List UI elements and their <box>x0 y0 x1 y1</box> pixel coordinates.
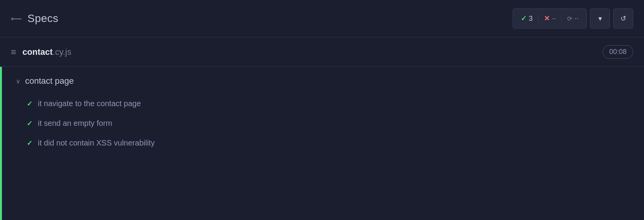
file-icon: ≡ <box>11 47 16 58</box>
refresh-button[interactable]: ↺ <box>613 8 633 29</box>
passed-count: 3 <box>529 15 533 23</box>
suite-name: contact page <box>25 76 74 86</box>
test-label: it navigate to the contact page <box>38 99 141 108</box>
suite-chevron-icon: ∨ <box>16 78 20 85</box>
file-name-bold: contact <box>22 47 53 57</box>
header: ⟵ Specs ✓ 3 ✕ -- ⟳ -- <box>0 0 644 37</box>
refresh-icon: ↺ <box>620 14 626 23</box>
test-label: it send an empty form <box>38 119 112 128</box>
test-item[interactable]: ✓ it did not contain XSS vulnerability <box>16 133 630 153</box>
pending-stat: ⟳ -- <box>567 15 579 22</box>
header-left: ⟵ Specs <box>11 12 58 25</box>
suite-header[interactable]: ∨ contact page <box>16 76 630 86</box>
page-title: Specs <box>27 12 58 25</box>
file-name: contact.cy.js <box>22 47 71 57</box>
file-row: ≡ contact.cy.js 00:08 <box>0 37 644 67</box>
tests-section: ∨ contact page ✓ it navigate to the cont… <box>2 67 644 220</box>
collapse-button[interactable]: ▾ <box>590 8 610 29</box>
file-timer: 00:08 <box>603 45 633 59</box>
test-item[interactable]: ✓ it navigate to the contact page <box>16 94 630 113</box>
test-item[interactable]: ✓ it send an empty form <box>16 113 630 133</box>
failed-count: -- <box>552 15 556 22</box>
check-icon: ✓ <box>521 14 527 23</box>
stat-divider-2 <box>561 15 562 22</box>
header-right: ✓ 3 ✕ -- ⟳ -- ▾ ↺ <box>513 8 633 29</box>
spinner-icon: ⟳ <box>567 15 572 22</box>
test-content: ∨ contact page ✓ it navigate to the cont… <box>0 67 644 220</box>
chevron-down-icon: ▾ <box>598 14 602 23</box>
test-label: it did not contain XSS vulnerability <box>38 139 155 147</box>
stats-badge: ✓ 3 ✕ -- ⟳ -- <box>513 8 587 29</box>
x-icon: ✕ <box>544 14 550 23</box>
passed-stat: ✓ 3 <box>521 14 533 23</box>
back-arrow-icon[interactable]: ⟵ <box>11 14 22 23</box>
file-name-ext: .cy.js <box>53 47 71 57</box>
test-check-icon: ✓ <box>27 100 32 108</box>
test-check-icon: ✓ <box>27 139 32 147</box>
app-container: ⟵ Specs ✓ 3 ✕ -- ⟳ -- <box>0 0 644 220</box>
stat-divider-1 <box>538 15 539 22</box>
failed-stat: ✕ -- <box>544 14 556 23</box>
pending-count: -- <box>574 15 579 22</box>
test-check-icon: ✓ <box>27 119 32 128</box>
file-left: ≡ contact.cy.js <box>11 47 71 58</box>
